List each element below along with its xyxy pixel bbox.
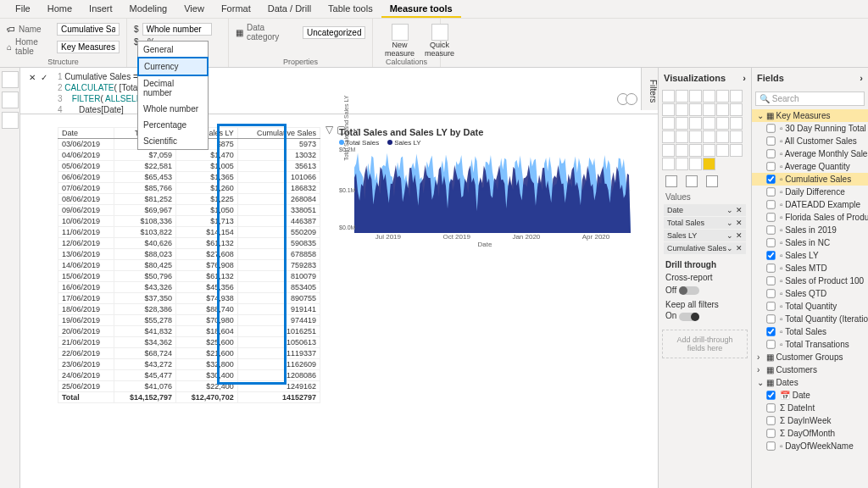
viz-type-22[interactable] [716, 130, 729, 143]
fields-table-key-measures[interactable]: ⌄ ▦ Key Measures [752, 109, 868, 122]
menu-modeling[interactable]: Modeling [121, 0, 176, 18]
field-average-monthly-sales[interactable]: ▫ Average Monthly Sales [752, 147, 868, 160]
table-row[interactable]: 12/06/2019$40,626$61,132590835 [58, 238, 320, 249]
field-all-customer-sales[interactable]: ▫ All Customer Sales [752, 135, 868, 147]
field-cumulative-sales[interactable]: ▫ Cumulative Sales [752, 173, 868, 186]
table-row[interactable]: 14/06/2019$80,425$76,908759283 [58, 260, 320, 271]
field-average-quantity[interactable]: ▫ Average Quantity [752, 160, 868, 173]
analytics-tab-icon[interactable] [706, 175, 718, 187]
viz-type-30[interactable] [662, 158, 675, 170]
viz-type-14[interactable] [689, 117, 702, 130]
table-row[interactable]: 25/06/2019$41,076$22,4001249162 [58, 381, 320, 392]
filter-icon[interactable]: ▽ [326, 124, 333, 136]
viz-type-23[interactable] [730, 130, 743, 143]
col-header[interactable]: Cumulative Sales [237, 128, 320, 139]
menu-view[interactable]: View [175, 0, 213, 18]
field-total-quantity[interactable]: ▫ Total Quantity [752, 300, 868, 313]
table-row[interactable]: 20/06/2019$41,832$18,6041016251 [58, 326, 320, 337]
table-row[interactable]: 05/06/2019$22,581$1,00535613 [58, 161, 320, 172]
viz-type-25[interactable] [676, 144, 688, 157]
viz-type-16[interactable] [716, 117, 729, 130]
field-sales-in-nc[interactable]: ▫ Sales in NC [752, 236, 868, 249]
menu-data-drill[interactable]: Data / Drill [259, 0, 320, 18]
format-option-whole-number[interactable]: Whole number [138, 101, 208, 117]
viz-type-17[interactable] [730, 117, 743, 130]
menu-format[interactable]: Format [213, 0, 259, 18]
table-row[interactable]: 24/06/2019$45,477$30,4001208086 [58, 370, 320, 381]
viz-type-6[interactable] [662, 103, 675, 116]
menu-insert[interactable]: Insert [81, 0, 121, 18]
viz-type-8[interactable] [689, 103, 702, 116]
viz-type-27[interactable] [703, 144, 715, 157]
field-dateint[interactable]: Σ DateInt [752, 402, 868, 414]
field-dayofmonth[interactable]: Σ DayOfMonth [752, 427, 868, 440]
field-sales-ly[interactable]: ▫ Sales LY [752, 249, 868, 262]
home-table-input[interactable] [57, 41, 120, 53]
field-daily-difference[interactable]: ▫ Daily Difference [752, 186, 868, 198]
table-row[interactable]: 10/06/2019$108,336$1,713446387 [58, 216, 320, 227]
viz-type-2[interactable] [689, 90, 702, 103]
field-dayinweek[interactable]: Σ DayInWeek [752, 414, 868, 427]
table-row[interactable]: 21/06/2019$34,362$25,6001050613 [58, 337, 320, 348]
format-tab-icon[interactable] [686, 175, 698, 187]
field-florida-sales-of-product-[interactable]: ▫ Florida Sales of Product ... [752, 211, 868, 224]
field-date[interactable]: 📅 Date [752, 389, 868, 402]
table-row[interactable]: 08/06/2019$81,252$1,225268084 [58, 194, 320, 205]
field-30-day-running-total[interactable]: ▫ 30 Day Running Total [752, 122, 868, 135]
field-sales-in-2019[interactable]: ▫ Sales in 2019 [752, 224, 868, 236]
viz-type-21[interactable] [703, 130, 715, 143]
field-sales-mtd[interactable]: ▫ Sales MTD [752, 262, 868, 274]
format-option-scientific[interactable]: Scientific [138, 133, 208, 149]
format-option-currency[interactable]: Currency [137, 57, 209, 76]
viz-type-33[interactable] [703, 158, 715, 170]
table-row[interactable]: 06/06/2019$65,453$1,365101066 [58, 172, 320, 183]
data-category-input[interactable] [303, 26, 365, 39]
viz-type-12[interactable] [662, 117, 675, 130]
viz-type-5[interactable] [730, 90, 743, 103]
field-dayofweekname[interactable]: ▫ DayOfWeekName [752, 440, 868, 452]
table-row[interactable]: 04/06/2019$7,059$1,47013032 [58, 150, 320, 161]
keep-filters-toggle[interactable] [679, 313, 699, 321]
field-total-transations[interactable]: ▫ Total Transations [752, 338, 868, 351]
viz-type-9[interactable] [703, 103, 715, 116]
col-header[interactable]: Date [58, 128, 114, 139]
commit-icon[interactable]: ✓ [41, 73, 47, 82]
fields-table-dates[interactable]: ⌄ ▦ Dates [752, 376, 868, 389]
viz-type-26[interactable] [689, 144, 702, 157]
format-option-general[interactable]: General [138, 42, 208, 58]
viz-type-31[interactable] [676, 158, 688, 170]
collapse-icon[interactable]: › [743, 73, 746, 83]
field-dateadd-example[interactable]: ▫ DATEADD Example [752, 198, 868, 211]
viz-type-28[interactable] [716, 144, 729, 157]
field-well-item[interactable]: Cumulative Sales⌄ ✕ [664, 242, 746, 254]
format-dropdown[interactable] [142, 23, 212, 36]
field-well-item[interactable]: Sales LY⌄ ✕ [664, 230, 746, 241]
table-row[interactable]: 23/06/2019$43,272$32,8001162609 [58, 359, 320, 370]
table-row[interactable]: 19/06/2019$55,278$70,980974419 [58, 315, 320, 326]
fields-search-input[interactable]: 🔍 Search [755, 92, 865, 106]
viz-type-10[interactable] [716, 103, 729, 116]
menu-file[interactable]: File [7, 0, 39, 18]
fields-table-customers[interactable]: › ▦ Customers [752, 363, 868, 376]
report-view-button[interactable] [2, 71, 19, 88]
field-sales-qtd[interactable]: ▫ Sales QTD [752, 287, 868, 300]
model-view-button[interactable] [2, 112, 19, 129]
viz-type-4[interactable] [716, 90, 729, 103]
formula-bar[interactable]: ✕✓ 1 Cumulative Sales = 2 CALCULATE( [To… [20, 68, 658, 114]
collapse-icon[interactable]: › [860, 73, 863, 83]
viz-type-gallery[interactable] [659, 88, 751, 172]
viz-type-0[interactable] [662, 90, 675, 103]
table-row[interactable]: 22/06/2019$68,724$21,6001119337 [58, 348, 320, 359]
table-row[interactable]: 07/06/2019$85,766$1,260186832 [58, 183, 320, 194]
field-total-quantity-iteration-[interactable]: ▫ Total Quantity (Iteration) [752, 313, 868, 325]
viz-type-18[interactable] [662, 130, 675, 143]
viz-type-1[interactable] [676, 90, 688, 103]
field-total-sales[interactable]: ▫ Total Sales [752, 325, 868, 338]
field-well-item[interactable]: Total Sales⌄ ✕ [664, 217, 746, 229]
viz-type-19[interactable] [676, 130, 688, 143]
viz-type-20[interactable] [689, 130, 702, 143]
table-visual[interactable]: ▽▢⋯ DateTotal SalesSales LYCumulative Sa… [58, 127, 320, 403]
table-row[interactable]: 17/06/2019$37,350$74,938890755 [58, 293, 320, 304]
format-option-decimal-number[interactable]: Decimal number [138, 75, 208, 101]
menu-measure-tools[interactable]: Measure tools [381, 0, 461, 18]
